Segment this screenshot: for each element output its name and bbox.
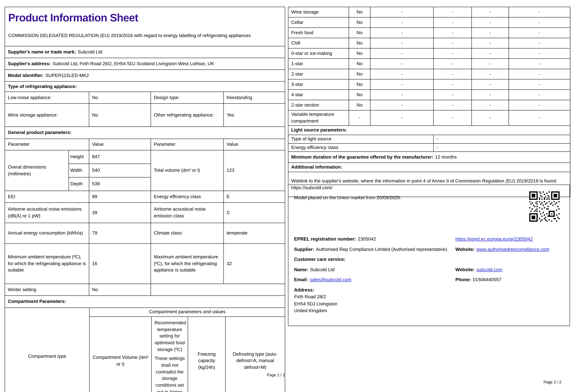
cell: -	[472, 28, 509, 38]
comp-defrost-header: Defrosting type (auto-defrost=A, manual …	[225, 317, 285, 392]
cell: -	[509, 28, 570, 38]
comp-span-header-row: Compartment type Compartment parameters …	[5, 308, 285, 317]
cell: -	[472, 38, 509, 48]
eprel-value: 2305042	[358, 236, 376, 242]
energy-label: Annual energy consumption (kWh/a)	[5, 223, 89, 244]
model-value: SUPER115LED-MK2	[45, 73, 89, 78]
cell: -	[472, 79, 509, 90]
general-heading-row: General product parameters:	[5, 127, 285, 139]
table-row: Low-noise appliance: No Design type: fre…	[5, 92, 285, 104]
design-type-value: freestanding	[224, 92, 285, 104]
supplier-row: Supplier:Authorised Rep Compliance Limit…	[294, 246, 564, 253]
cell: -	[472, 90, 509, 100]
empty-cell	[151, 284, 285, 296]
phone-label: Phone:	[455, 277, 471, 282]
comp-type-value: Fresh food	[288, 28, 349, 38]
max-temp-label: Maximum ambient temperature (ºC), for wh…	[151, 244, 224, 284]
weblink-text: Weblink to the supplier's website, where…	[291, 178, 557, 183]
website-label: Website:	[455, 247, 475, 252]
comp-freezing-header: Freezing capacity (kg/24h)	[188, 317, 225, 392]
cell: -	[434, 90, 472, 100]
customer-care-heading: Customer care service:	[294, 256, 564, 263]
market-placement-text: Model placed on the Union market from 20…	[294, 190, 494, 236]
comp-span-header: Compartment parameters and values	[90, 308, 285, 317]
dimensions-label: Overal dimensions (millimetre)	[5, 150, 69, 191]
supplier-address-row: Supplier's address:Subcold Ltd, Firth Ro…	[5, 58, 285, 70]
address-line: United Kingdom	[294, 307, 564, 314]
cell: -	[434, 69, 472, 79]
climate-value: temperate	[224, 223, 285, 244]
guarantee-label: Minimum duration of the guarantee offere…	[291, 154, 433, 160]
comp-flag-value: No	[349, 28, 370, 38]
address-line: Firth Road 28/2	[294, 293, 564, 300]
value-header-1: Value	[89, 139, 151, 150]
light-type-value: -	[434, 135, 570, 143]
energy-value: 79	[89, 223, 151, 244]
comp-flag-value: No	[349, 90, 370, 100]
variable-compartment-label: Variable temperature compartment	[288, 110, 349, 126]
other-appliance-label: Other refrigerating appliance:	[151, 104, 224, 127]
max-temp-value: 32	[224, 244, 285, 284]
comp-flag-value: No	[349, 48, 370, 59]
comp-flag-value: No	[349, 38, 370, 48]
page-number-2: Page 2 / 2	[288, 380, 561, 384]
comp-flag-value: No	[349, 7, 370, 17]
cell: -	[370, 100, 434, 110]
regulation-subtitle: COMMISSION DELEGATED REGULATION (EU) 201…	[8, 32, 272, 39]
product-info-table: Product Information Sheet COMMISSION DEL…	[5, 7, 285, 308]
care-website-label: Website:	[455, 267, 475, 272]
supplier-website-link[interactable]: www.authorisedrepcompliance.com	[476, 247, 549, 252]
eprel-link[interactable]: https://eprel.ec.europa.eu/qr/2305042	[455, 236, 533, 242]
page-1: Product Information Sheet COMMISSION DEL…	[5, 7, 285, 392]
address-label: Address:	[294, 286, 564, 294]
comp-type-value: 3-star	[288, 79, 349, 90]
table-row: Energy efficiency class -	[288, 143, 570, 152]
eprel-label: EPREL registration number:	[294, 236, 356, 242]
width-label: Width	[69, 164, 89, 177]
compartment-table-continued: Wine storageNo---- CellarNo---- Fresh fo…	[288, 7, 570, 197]
design-type-label: Design type:	[151, 92, 224, 104]
eec-value: E	[224, 191, 285, 203]
depth-label: Depth	[69, 177, 89, 191]
supplier-name-value: Subcold Ltd	[78, 49, 102, 55]
winter-label: Winter setting	[5, 284, 89, 296]
cell: -	[509, 100, 570, 110]
table-row: Wine storageNo----	[288, 7, 570, 17]
table-row: EEI 99 Energy efficiency class E	[5, 191, 285, 203]
min-temp-value: 16	[89, 244, 151, 284]
cell: -	[370, 7, 434, 17]
compartment-table: Compartment type Compartment parameters …	[5, 308, 285, 392]
light-class-label: Energy efficiency class	[288, 143, 434, 152]
comp-type-value: Cellar	[288, 17, 349, 28]
cell: -	[434, 17, 472, 28]
table-row: 1-starNo----	[288, 59, 570, 69]
table-row: 3-starNo----	[288, 79, 570, 90]
cell: -	[434, 7, 472, 17]
guarantee-value: 12 months	[435, 154, 457, 160]
comp-type-value: 2-star section	[288, 100, 349, 110]
email-link[interactable]: sales@subcold.com	[310, 277, 351, 282]
model-row: Model identifier:SUPER115LED-MK2	[5, 70, 285, 82]
care-contact-row: Email:sales@subcold.com Phone:0150644055…	[294, 276, 564, 283]
light-type-label: Type of light source	[288, 135, 434, 143]
general-heading: General product parameters:	[5, 127, 285, 139]
cell: -	[509, 38, 570, 48]
page-number-1: Page 1 / 2	[5, 373, 285, 377]
care-name-label: Name:	[294, 267, 308, 272]
comp-type-value: 2-star	[288, 69, 349, 79]
page-2: Wine storageNo---- CellarNo---- Fresh fo…	[288, 7, 570, 197]
cell: -	[370, 28, 434, 38]
wine-appliance-label: Wine storage appliance:	[5, 104, 89, 127]
comp-flag-value: No	[349, 79, 370, 90]
winter-value: No	[89, 284, 151, 296]
qr-code-icon	[529, 191, 560, 222]
table-row: Airborne acoustical noise emissions (dB(…	[5, 203, 285, 223]
comp-type-value: 0-star or ice-making	[288, 48, 349, 59]
comp-flag-value: No	[349, 59, 370, 69]
noise-class-value: C	[224, 203, 285, 223]
cell: -	[370, 17, 434, 28]
care-website-link[interactable]: subcold.com	[476, 267, 502, 272]
table-row: Type of light source -	[288, 135, 570, 143]
title-row: Product Information Sheet COMMISSION DEL…	[5, 7, 285, 46]
additional-info-heading: Additional information:	[288, 163, 570, 172]
